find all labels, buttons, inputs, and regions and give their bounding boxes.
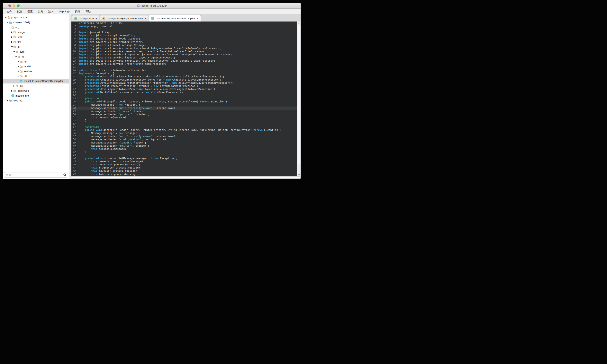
tree-expand-icon[interactable]: [17, 66, 19, 67]
code-line-14[interactable]: 14import org.jd.core.v1.service.writer.W…: [71, 62, 297, 65]
code-line-25[interactable]: 25 @Override: [71, 97, 297, 100]
scroll-up-icon[interactable]: [298, 22, 300, 25]
code-line-1[interactable]: 1// Decompiled with: CFR 0.150: [71, 22, 297, 25]
code-line-15[interactable]: 15: [71, 65, 297, 69]
tree-item-org[interactable]: org: [3, 25, 69, 30]
code-line-22[interactable]: 22 protected JavaFragmentToTokenProcesso…: [71, 88, 297, 91]
tab-close-icon[interactable]: ×: [95, 17, 97, 20]
code-line-47[interactable]: 47 this.fragmenter.process(message);: [71, 166, 297, 169]
code-line-48[interactable]: 48 this.layouter.process(message);: [71, 169, 297, 172]
tree-item-service[interactable]: service: [3, 69, 69, 74]
menu-item-4[interactable]: 注入: [46, 9, 56, 14]
code-line-21[interactable]: 21 protected LayoutFragmentProcessor lay…: [71, 84, 297, 88]
menu-item-1[interactable]: 配置: [14, 9, 25, 14]
code-line-49[interactable]: 49 this.tokenizer.process(message);: [71, 173, 297, 176]
tree-collapse-icon[interactable]: [11, 46, 13, 48]
tree-expand-icon[interactable]: [11, 36, 13, 38]
code-line-27[interactable]: 27 Message message = new Message();: [71, 103, 297, 106]
tree-expand-icon[interactable]: [17, 71, 19, 72]
code-line-3[interactable]: 3: [71, 28, 297, 31]
menu-item-5[interactable]: Mappings: [56, 9, 73, 14]
code-line-35[interactable]: 35 public void decompile(Loader loader, …: [71, 129, 297, 131]
scroll-down-icon[interactable]: [298, 173, 300, 175]
code-line-40[interactable]: 40 message.setHeader("printer", printer)…: [71, 144, 297, 147]
menu-item-7[interactable]: 帮助: [83, 9, 93, 14]
code-line-30[interactable]: 30 message.setHeader("printer", printer)…: [71, 113, 297, 116]
code-line-6[interactable]: 6import org.jd.core.v1.api.loader.Loader…: [71, 37, 297, 40]
code-line-11[interactable]: 11import org.jd.core.v1.service.fragment…: [71, 53, 297, 56]
code-line-29[interactable]: 29 message.setHeader("loader", loader);: [71, 110, 297, 113]
menu-item-0[interactable]: 文件: [4, 9, 14, 14]
tree-item-core[interactable]: core: [3, 49, 69, 54]
tree-collapse-icon[interactable]: [7, 22, 9, 23]
menu-item-6[interactable]: 插件: [73, 9, 83, 14]
tree-collapse-icon[interactable]: [9, 27, 11, 28]
code-line-8[interactable]: 8import org.jd.core.v1.model.message.Mes…: [71, 44, 297, 47]
code-line-36[interactable]: 36 Message message = new Message();: [71, 131, 297, 135]
tab-classfiletojavasourcedecompiler[interactable]: CClassFileToJavaSourceDecompiler×: [149, 15, 201, 22]
code-line-28[interactable]: 28 message.setHeader("mainInternalTypeNa…: [71, 106, 297, 110]
tree-expand-icon[interactable]: [13, 85, 15, 87]
tree-item-antlr[interactable]: antlr: [3, 35, 69, 39]
code-line-9[interactable]: 9import org.jd.core.v1.service.converter…: [71, 47, 297, 50]
split-divider[interactable]: [69, 14, 71, 179]
code-line-32[interactable]: 32 }: [71, 119, 297, 122]
tree-collapse-icon[interactable]: [4, 17, 7, 18]
code-line-38[interactable]: 38 message.setHeader("configuration", co…: [71, 138, 297, 141]
tree-item-jd-gui-1-6-6-jar[interactable]: jd-gui-1.6.6.jar: [3, 15, 69, 20]
tree-item-v1[interactable]: v1: [3, 54, 69, 59]
code-line-42[interactable]: 42 }: [71, 151, 297, 154]
tree-expand-icon[interactable]: [11, 90, 13, 92]
code-line-16[interactable]: 16public class ClassFileToJavaSourceDeco…: [71, 69, 297, 72]
code-line-4[interactable]: 4import java.util.Map;: [71, 31, 297, 34]
code-line-44[interactable]: 44 protected void decompile(Message mess…: [71, 157, 297, 160]
tree-expand-icon[interactable]: [17, 61, 19, 62]
code-line-39[interactable]: 39 message.setHeader("loader", loader);: [71, 141, 297, 144]
tree-item-jd[interactable]: jd: [3, 44, 69, 49]
code-line-12[interactable]: 12import org.jd.core.v1.service.layouter…: [71, 56, 297, 59]
code-line-10[interactable]: 10import org.jd.core.v1.service.deserial…: [71, 50, 297, 53]
code-line-13[interactable]: 13import org.jd.core.v1.service.tokenize…: [71, 59, 297, 62]
tab-close-icon[interactable]: ×: [144, 17, 146, 20]
code-line-7[interactable]: 7import org.jd.core.v1.api.printer.Print…: [71, 40, 297, 44]
tree-item-files-99-[interactable]: files (99): [3, 98, 69, 103]
code-line-33[interactable]: 33: [71, 122, 297, 125]
tree-item-abego[interactable]: abego: [3, 30, 69, 35]
code-line-26[interactable]: 26 public void decompile(Loader loader, …: [71, 100, 297, 103]
code-line-17[interactable]: 17implements Decompiler {: [71, 72, 297, 75]
menu-item-3[interactable]: 历史: [35, 9, 46, 14]
code-line-37[interactable]: 37 message.setHeader("mainInternalTypeNa…: [71, 135, 297, 138]
code-line-23[interactable]: 23 protected WriteTokenProcessor writer …: [71, 91, 297, 94]
tree-expand-icon[interactable]: [11, 31, 13, 33]
code-line-18[interactable]: 18 protected DeserializeClassFileProcess…: [71, 75, 297, 78]
code-line-5[interactable]: 5import org.jd.core.v1.api.Decompiler;: [71, 34, 297, 37]
tree-expand-icon[interactable]: [7, 100, 9, 102]
tree-expand-icon[interactable]: [11, 41, 13, 43]
tree-item-fife[interactable]: fife: [3, 39, 69, 44]
code-line-45[interactable]: 45 this.deserializer.process(message);: [71, 160, 297, 163]
tree-item-util[interactable]: util: [3, 74, 69, 78]
code-line-43[interactable]: 43: [71, 154, 297, 157]
tree-item-gui[interactable]: gui: [3, 83, 69, 88]
tab-configuration-alignmentinlevel[interactable]: EConfiguration$AlignmentInLevel×: [100, 15, 148, 22]
menu-item-2[interactable]: 搜索: [25, 9, 35, 14]
vertical-scrollbar[interactable]: [297, 22, 301, 176]
code-line-24[interactable]: 24: [71, 94, 297, 97]
code-line-31[interactable]: 31 this.decompile(message);: [71, 116, 297, 119]
tree-collapse-icon[interactable]: [13, 51, 15, 52]
tree-collapse-icon[interactable]: [15, 56, 17, 57]
code-line-34[interactable]: 34 @Override: [71, 125, 297, 129]
tab-configuration[interactable]: IConfiguration×: [72, 15, 99, 22]
maximize-window-button[interactable]: [17, 4, 20, 7]
code-line-41[interactable]: 41 this.decompile(message);: [71, 147, 297, 151]
minimize-window-button[interactable]: [13, 4, 15, 7]
tree-item-classfiletojavasourcedecompiler[interactable]: cClassFileToJavaSourceDecompiler: [3, 78, 69, 83]
code-line-2[interactable]: 2package org.jd.core.v1;: [71, 25, 297, 28]
horizontal-scrollbar-thumb[interactable]: [72, 177, 300, 179]
tree-expand-icon[interactable]: [17, 76, 19, 77]
tree-item-model[interactable]: model: [3, 64, 69, 69]
code-line-46[interactable]: 46 this.converter.process(message);: [71, 163, 297, 166]
tree-item-api[interactable]: api: [3, 59, 69, 64]
horizontal-scrollbar[interactable]: [71, 176, 301, 179]
tree-item-objectweb[interactable]: objectweb: [3, 88, 69, 93]
